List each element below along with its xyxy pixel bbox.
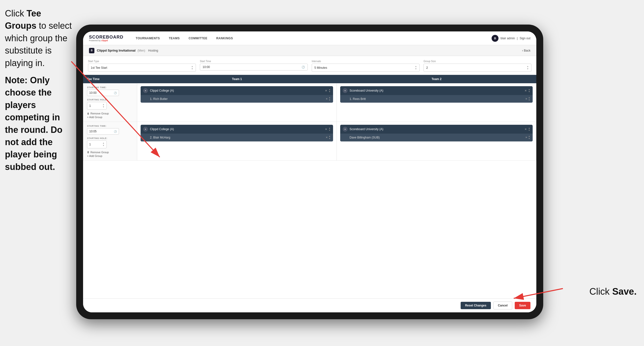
team1-remove-1[interactable]: ✕ bbox=[325, 89, 327, 92]
player-spinner-1-1[interactable]: ▲▼ bbox=[329, 96, 330, 101]
back-link[interactable]: ‹ Back bbox=[522, 49, 530, 52]
hole-spinner-1[interactable]: ▲▼ bbox=[102, 103, 104, 108]
hole-spinner-2[interactable]: ▲▼ bbox=[102, 142, 104, 147]
start-type-spinner[interactable]: ▲▼ bbox=[191, 65, 193, 70]
scoreboard-logo: SCOREBOARD bbox=[89, 35, 124, 39]
player-row-2-1[interactable]: 1. Rees Britt ✕ ▲▼ bbox=[340, 95, 533, 103]
team2-col-1: ● Scoreboard University (A) ✕ ▲▼ 1. Rees… bbox=[337, 83, 536, 122]
starting-hole-label-1: STARTING HOLE: bbox=[87, 98, 133, 101]
team2-icon-1: ● bbox=[343, 88, 348, 93]
add-group-1[interactable]: + Add Group bbox=[87, 116, 133, 119]
start-type-value: 1st Tee Start bbox=[91, 66, 107, 69]
team1-controls-2: ✕ ▲▼ bbox=[325, 127, 330, 132]
starting-time-label-1: STARTING TIME: bbox=[87, 86, 133, 89]
tournament-name: Clippd Spring Invitational bbox=[97, 49, 136, 52]
time-clock-icon-1: 🕐 bbox=[114, 92, 117, 94]
start-type-label: Start Type bbox=[88, 60, 196, 63]
team2-spinner-2[interactable]: ▲▼ bbox=[528, 127, 530, 132]
time-input-1[interactable]: 10:00 🕐 bbox=[87, 90, 119, 96]
remove-group-1[interactable]: 🗑 Remove Group bbox=[87, 112, 133, 115]
player-spinner-1-2[interactable]: ▲▼ bbox=[329, 135, 330, 140]
time-input-2[interactable]: 10:05 🕐 bbox=[87, 128, 119, 135]
hole-value-2: 1 bbox=[89, 143, 91, 146]
time-value-1: 10:00 bbox=[89, 91, 96, 94]
group-size-value: 2 bbox=[426, 66, 428, 69]
powered-by: Powered by clippd bbox=[89, 39, 124, 42]
intervals-input[interactable]: 5 Minutes ▲▼ bbox=[312, 64, 420, 72]
remove-group-2[interactable]: 🗑 Remove Group bbox=[87, 151, 133, 154]
nav-teams[interactable]: TEAMS bbox=[164, 31, 184, 45]
team1-entry-2: ● Clippd College (A) ✕ ▲▼ 2. Blair McHar… bbox=[140, 125, 333, 141]
sign-out-link[interactable]: Sign out bbox=[520, 36, 530, 40]
player-row-2-2[interactable]: Dave Billingham (SUB) ✕ ▲▼ bbox=[340, 134, 533, 141]
instructions-panel: Click Tee Groups to select which group t… bbox=[0, 0, 79, 185]
team2-name-2: Scoreboard University (A) bbox=[350, 127, 524, 131]
instruction-note: Note: Only choose the players competing … bbox=[5, 74, 74, 173]
hole-value-1: 1 bbox=[89, 104, 91, 108]
save-annotation-bold: Save. bbox=[612, 286, 637, 297]
hosting-badge: Hosting bbox=[148, 49, 158, 52]
intervals-field: Intervals 5 Minutes ▲▼ bbox=[312, 60, 420, 72]
player-name-1-1: 1. Rich Butler bbox=[150, 97, 168, 101]
tournament-type: (Men) bbox=[138, 49, 145, 52]
navbar: SCOREBOARD Powered by clippd TOURNAMENTS… bbox=[83, 31, 536, 45]
team1-spinner-1[interactable]: ▲▼ bbox=[329, 88, 330, 93]
th-team1: Team 1 bbox=[137, 75, 337, 83]
player-spinner-2-2[interactable]: ▲▼ bbox=[528, 135, 530, 140]
save-button[interactable]: Save bbox=[515, 302, 530, 309]
team2-remove-1[interactable]: ✕ bbox=[524, 89, 527, 92]
reset-changes-button[interactable]: Reset Changes bbox=[461, 302, 491, 309]
team2-icon-2: ● bbox=[343, 127, 348, 132]
clippd-brand: clippd bbox=[101, 39, 108, 42]
clock-icon: 🕐 bbox=[302, 65, 305, 69]
nav-right: B blair admin | Sign out bbox=[492, 35, 530, 42]
trash-icon-2: 🗑 bbox=[87, 151, 90, 153]
team1-remove-2[interactable]: ✕ bbox=[325, 128, 327, 131]
footer-bar: Reset Changes Cancel Save bbox=[83, 298, 536, 312]
trash-icon-1: 🗑 bbox=[87, 112, 90, 115]
team1-spinner-2[interactable]: ▲▼ bbox=[329, 127, 330, 132]
user-avatar: B bbox=[492, 35, 498, 42]
group-size-input[interactable]: 2 ▲▼ bbox=[424, 64, 532, 72]
player-spinner-2-1[interactable]: ▲▼ bbox=[528, 96, 530, 101]
hole-input-1[interactable]: 1 ▲▼ bbox=[87, 102, 107, 109]
team2-col-2: ● Scoreboard University (A) ✕ ▲▼ Dave Bi… bbox=[337, 122, 536, 160]
hole-input-2[interactable]: 1 ▲▼ bbox=[87, 140, 107, 148]
group-size-field: Group Size 2 ▲▼ bbox=[424, 60, 532, 72]
th-tee-time: Tee Time bbox=[83, 75, 137, 83]
nav-tournaments[interactable]: TOURNAMENTS bbox=[131, 31, 164, 45]
team1-icon-1: ● bbox=[143, 88, 148, 93]
player-x-2-2[interactable]: ✕ bbox=[525, 136, 527, 139]
player-x-1-1[interactable]: ✕ bbox=[326, 97, 328, 100]
team2-entry-1: ● Scoreboard University (A) ✕ ▲▼ 1. Rees… bbox=[340, 86, 533, 103]
intervals-label: Intervals bbox=[312, 60, 420, 63]
start-time-value: 10:00 bbox=[202, 65, 210, 69]
nav-rankings[interactable]: RANKINGS bbox=[212, 31, 238, 45]
player-x-2-1[interactable]: ✕ bbox=[525, 97, 527, 100]
intervals-spinner[interactable]: ▲▼ bbox=[415, 65, 417, 70]
add-group-2[interactable]: + Add Group bbox=[87, 154, 133, 157]
start-type-input[interactable]: 1st Tee Start ▲▼ bbox=[88, 64, 196, 72]
sub-header-logo: B bbox=[89, 48, 94, 53]
tee-time-col-2: STARTING TIME: 10:05 🕐 STARTING HOLE: 1 … bbox=[83, 122, 137, 160]
player-name-1-2: 2. Blair McHarg bbox=[150, 136, 170, 139]
player-name-2-2: Dave Billingham (SUB) bbox=[350, 136, 380, 139]
player-x-1-2[interactable]: ✕ bbox=[326, 136, 328, 139]
team2-name-1: Scoreboard University (A) bbox=[350, 89, 524, 92]
tee-groups-bold: Tee Groups bbox=[5, 8, 41, 31]
start-time-input[interactable]: 10:00 🕐 bbox=[200, 64, 308, 70]
team1-entry-1: ● Clippd College (A) ✕ ▲▼ 1. Rich Butler… bbox=[140, 86, 333, 103]
player-row-1-1[interactable]: 1. Rich Butler ✕ ▲▼ bbox=[140, 95, 333, 103]
group-size-spinner[interactable]: ▲▼ bbox=[527, 65, 529, 70]
team1-icon-2: ● bbox=[143, 127, 148, 132]
player-row-1-2[interactable]: 2. Blair McHarg ✕ ▲▼ bbox=[140, 134, 333, 141]
team2-spinner-1[interactable]: ▲▼ bbox=[528, 88, 530, 93]
team2-remove-2[interactable]: ✕ bbox=[524, 128, 527, 131]
time-clock-icon-2: 🕐 bbox=[114, 130, 117, 133]
sub-header: B Clippd Spring Invitational (Men) Hosti… bbox=[83, 45, 536, 56]
tee-group-row-1: STARTING TIME: 10:00 🕐 STARTING HOLE: 1 … bbox=[83, 83, 536, 122]
team2-controls-1: ✕ ▲▼ bbox=[524, 88, 530, 93]
instruction-line1: Click Tee Groups to select which group t… bbox=[5, 7, 74, 69]
nav-committee[interactable]: COMMITTEE bbox=[184, 31, 212, 45]
cancel-button[interactable]: Cancel bbox=[493, 302, 512, 310]
